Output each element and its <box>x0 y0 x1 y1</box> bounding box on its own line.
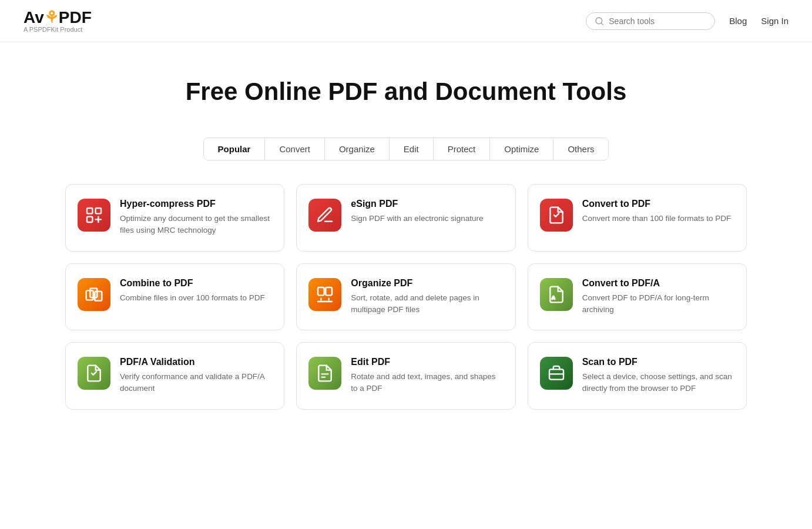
tool-desc-convert-to-pdf: Convert more than 100 file formats to PD… <box>582 213 732 225</box>
logo-text: Av⚘PDF <box>24 9 92 26</box>
tabs-container: PopularConvertOrganizeEditProtectOptimiz… <box>0 138 812 160</box>
tool-text-convert-pdfa: Convert to PDF/A Convert PDF to PDF/A fo… <box>582 278 734 316</box>
tool-card-esign[interactable]: eSign PDF Sign PDF with an electronic si… <box>296 184 515 252</box>
logo[interactable]: Av⚘PDF A PSPDFKit Product <box>24 9 92 33</box>
tool-title-organize: Organize PDF <box>351 278 503 289</box>
tool-desc-combine: Combine files in over 100 formats to PDF <box>120 292 265 304</box>
tool-icon-convert-pdfa: A <box>540 278 573 311</box>
tool-icon-scan <box>540 357 573 390</box>
tool-desc-scan: Select a device, choose settings, and sc… <box>582 371 734 395</box>
signin-link[interactable]: Sign In <box>761 16 788 26</box>
tool-card-pdfa-validation[interactable]: PDF/A Validation Verify conformance and … <box>65 342 284 410</box>
svg-rect-3 <box>96 208 101 213</box>
tool-title-pdfa-validation: PDF/A Validation <box>120 357 272 367</box>
tool-icon-organize <box>308 278 341 311</box>
svg-text:A: A <box>552 295 555 300</box>
tool-desc-organize: Sort, rotate, add and delete pages in mu… <box>351 292 503 316</box>
tool-icon-edit-pdf <box>308 357 341 390</box>
tool-title-scan: Scan to PDF <box>582 357 734 367</box>
tool-title-convert-pdfa: Convert to PDF/A <box>582 278 734 289</box>
svg-rect-9 <box>326 287 333 295</box>
svg-rect-8 <box>318 287 324 295</box>
tool-card-edit-pdf[interactable]: Edit PDF Rotate and add text, images, an… <box>296 342 515 410</box>
tool-text-combine: Combine to PDF Combine files in over 100… <box>120 278 265 304</box>
tool-title-hyper-compress: Hyper-compress PDF <box>120 199 272 209</box>
tool-icon-pdfa-validation <box>78 357 110 390</box>
svg-rect-7 <box>95 291 102 300</box>
tool-icon-esign <box>308 199 341 232</box>
tool-title-esign: eSign PDF <box>351 199 483 209</box>
tools-grid: Hyper-compress PDF Optimize any document… <box>30 184 782 445</box>
logo-sub: A PSPDFKit Product <box>24 26 82 33</box>
svg-rect-4 <box>87 217 92 222</box>
tabs: PopularConvertOrganizeEditProtectOptimiz… <box>203 138 609 160</box>
tool-card-combine[interactable]: Combine to PDF Combine files in over 100… <box>65 263 284 331</box>
tool-title-edit-pdf: Edit PDF <box>351 357 503 367</box>
blog-link[interactable]: Blog <box>729 16 747 26</box>
tool-text-hyper-compress: Hyper-compress PDF Optimize any document… <box>120 199 272 237</box>
tool-desc-convert-pdfa: Convert PDF to PDF/A for long-term archi… <box>582 292 734 316</box>
tool-icon-hyper-compress <box>78 199 110 232</box>
hero-section: Free Online PDF and Document Tools <box>0 42 812 123</box>
tool-icon-combine <box>78 278 110 311</box>
tool-text-edit-pdf: Edit PDF Rotate and add text, images, an… <box>351 357 503 395</box>
tab-edit[interactable]: Edit <box>390 138 434 160</box>
tab-convert[interactable]: Convert <box>265 138 325 160</box>
search-bar[interactable] <box>586 12 715 30</box>
tool-desc-hyper-compress: Optimize any document to get the smalles… <box>120 213 272 237</box>
tool-card-convert-to-pdf[interactable]: Convert to PDF Convert more than 100 fil… <box>528 184 747 252</box>
tool-card-scan[interactable]: Scan to PDF Select a device, choose sett… <box>528 342 747 410</box>
tool-card-convert-pdfa[interactable]: A Convert to PDF/A Convert PDF to PDF/A … <box>528 263 747 331</box>
tool-title-convert-to-pdf: Convert to PDF <box>582 199 732 209</box>
tab-others[interactable]: Others <box>553 138 608 160</box>
search-input[interactable] <box>609 16 706 26</box>
tool-card-organize[interactable]: Organize PDF Sort, rotate, add and delet… <box>296 263 515 331</box>
search-icon <box>595 16 604 26</box>
tab-organize[interactable]: Organize <box>325 138 390 160</box>
tool-desc-pdfa-validation: Verify conformance and validate a PDF/A … <box>120 371 272 395</box>
tool-text-pdfa-validation: PDF/A Validation Verify conformance and … <box>120 357 272 395</box>
tool-desc-esign: Sign PDF with an electronic signature <box>351 213 483 225</box>
tab-optimize[interactable]: Optimize <box>490 138 553 160</box>
svg-line-1 <box>601 23 603 25</box>
tool-text-scan: Scan to PDF Select a device, choose sett… <box>582 357 734 395</box>
tool-card-hyper-compress[interactable]: Hyper-compress PDF Optimize any document… <box>65 184 284 252</box>
tool-text-esign: eSign PDF Sign PDF with an electronic si… <box>351 199 483 225</box>
header-right: Blog Sign In <box>586 12 788 30</box>
svg-rect-2 <box>87 208 92 213</box>
tab-popular[interactable]: Popular <box>204 138 266 160</box>
header: Av⚘PDF A PSPDFKit Product Blog Sign In <box>0 0 812 42</box>
hero-title: Free Online PDF and Document Tools <box>12 78 800 106</box>
tool-desc-edit-pdf: Rotate and add text, images, and shapes … <box>351 371 503 395</box>
tab-protect[interactable]: Protect <box>434 138 491 160</box>
tool-title-combine: Combine to PDF <box>120 278 265 289</box>
tool-text-organize: Organize PDF Sort, rotate, add and delet… <box>351 278 503 316</box>
tool-icon-convert-to-pdf <box>540 199 573 232</box>
tool-text-convert-to-pdf: Convert to PDF Convert more than 100 fil… <box>582 199 732 225</box>
